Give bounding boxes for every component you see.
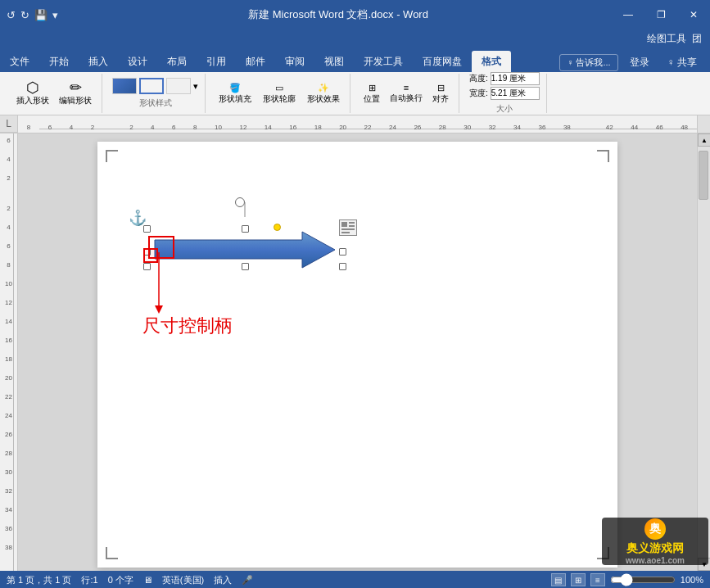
tab-review[interactable]: 审阅 xyxy=(275,51,314,72)
tab-insert[interactable]: 插入 xyxy=(79,51,118,72)
tab-view[interactable]: 视图 xyxy=(314,51,354,72)
ribbon: 文件 开始 插入 设计 布局 引用 邮件 审阅 视图 开发工具 百度网盘 格式 … xyxy=(0,47,710,115)
ruler-numbers: 8642246810121416182022242628303234363842… xyxy=(18,124,697,131)
close-button[interactable]: ✕ xyxy=(677,0,710,29)
tab-file[interactable]: 文件 xyxy=(0,51,39,72)
ruler-corner: L xyxy=(0,115,18,133)
horizontal-ruler: 8642246810121416182022242628303234363842… xyxy=(18,115,697,133)
effect-icon: ✨ xyxy=(318,83,329,93)
restore-button[interactable]: ❐ xyxy=(644,0,677,29)
handle-bc[interactable] xyxy=(242,263,249,270)
window-controls: — ❐ ✕ xyxy=(612,0,710,29)
position-btn[interactable]: ⊞ 位置 xyxy=(360,81,383,106)
edit-shape-btn[interactable]: ✏ 编辑形状 xyxy=(56,79,95,108)
width-input[interactable] xyxy=(491,87,540,100)
status-mic: 🎤 xyxy=(242,575,253,586)
style-option-1[interactable] xyxy=(112,78,137,94)
tab-references[interactable]: 引用 xyxy=(197,51,236,72)
redo-button[interactable]: ↻ xyxy=(20,9,29,21)
insert-shapes-btn[interactable]: ⬡ 插入形状 xyxy=(13,79,52,108)
vruler-numbers: 6422468101214161820222426283032343638 xyxy=(0,133,17,551)
zoom-slider[interactable] xyxy=(610,573,676,586)
view-web-btn[interactable]: ⊞ xyxy=(571,573,586,586)
vertical-ruler: 6422468101214161820222426283032343638 xyxy=(0,133,18,571)
view-print-btn[interactable]: ▤ xyxy=(551,573,566,586)
tab-mail[interactable]: 邮件 xyxy=(236,51,275,72)
styles-group-label: 形状样式 xyxy=(139,97,172,109)
svg-rect-9 xyxy=(341,232,350,233)
fill-icon: 🪣 xyxy=(229,83,241,93)
document-area: ⚓ xyxy=(18,133,697,571)
search-ribbon-btn[interactable]: ♀ 告诉我... xyxy=(559,54,617,71)
corner-mark-tr xyxy=(597,150,609,162)
scrollbar-up-btn[interactable]: ▲ xyxy=(698,133,710,147)
ribbon-group-arrange: ⊞ 位置 ≡ 自动换行 ⊟ 对齐 xyxy=(354,74,459,113)
watermark-title: 奥义游戏网 xyxy=(626,541,684,556)
handle-br[interactable] xyxy=(339,263,346,270)
scrollbar-thumb[interactable] xyxy=(699,151,708,200)
ribbon-content: ⬡ 插入形状 ✏ 编辑形状 ▾ 形状样式 🪣 形 xyxy=(0,72,710,115)
status-right-group: ▤ ⊞ ≡ 100% xyxy=(551,573,703,586)
edit-icon: ✏ xyxy=(70,80,82,95)
tab-developer[interactable]: 开发工具 xyxy=(354,51,413,72)
height-input[interactable] xyxy=(491,72,540,85)
ruler-row: L 86422468101214161820222426283032343638… xyxy=(0,115,710,133)
tab-start[interactable]: 开始 xyxy=(39,51,79,72)
handle-tc[interactable] xyxy=(242,225,249,233)
tab-format[interactable]: 格式 xyxy=(472,51,511,72)
svg-rect-5 xyxy=(341,222,347,227)
view-read-btn[interactable]: ≡ xyxy=(590,573,605,586)
undo-button[interactable]: ↺ xyxy=(7,9,16,21)
status-lang-icon: 🖥 xyxy=(143,575,152,585)
status-insert-mode: 插入 xyxy=(214,574,232,586)
quick-access-toolbar: ↺ ↻ 💾 ▾ xyxy=(0,9,65,21)
minimize-button[interactable]: — xyxy=(612,0,644,29)
ruler-corner-icon: L xyxy=(6,118,11,129)
handle-mr[interactable] xyxy=(339,248,346,256)
tab-layout[interactable]: 布局 xyxy=(157,51,197,72)
position-icon: ⊞ xyxy=(369,83,376,93)
layout-options-icon[interactable] xyxy=(339,219,357,236)
align-btn[interactable]: ⊟ 对齐 xyxy=(429,81,452,106)
wrap-text-btn[interactable]: ≡ 自动换行 xyxy=(387,81,426,106)
scrollbar-track[interactable] xyxy=(698,147,710,558)
shape-effect-btn[interactable]: ✨ 形状效果 xyxy=(304,81,343,106)
watermark-logo: 奥 xyxy=(644,518,666,540)
shape-label-container: 尺寸控制柄 xyxy=(142,314,233,338)
ribbon-tabs: 文件 开始 插入 设计 布局 引用 邮件 审阅 视图 开发工具 百度网盘 格式 … xyxy=(0,47,710,72)
window-title: 新建 Microsoft Word 文档.docx - Word xyxy=(65,7,612,22)
document-page: ⚓ xyxy=(97,142,617,568)
save-button[interactable]: 💾 xyxy=(34,9,47,21)
ribbon-group-insert-shapes: ⬡ 插入形状 ✏ 编辑形状 xyxy=(7,74,102,113)
label-arrow-svg xyxy=(155,248,196,314)
svg-marker-11 xyxy=(155,305,163,314)
tab-design[interactable]: 设计 xyxy=(118,51,157,72)
share-btn[interactable]: ♀ 共享 xyxy=(661,53,703,72)
shape-outline-btn[interactable]: ▭ 形状轮廓 xyxy=(260,81,299,106)
status-page: 第 1 页，共 1 页 xyxy=(7,574,71,586)
corner-mark-tl xyxy=(106,150,118,162)
styles-more-btn[interactable]: ▾ xyxy=(193,81,198,92)
svg-rect-6 xyxy=(349,222,355,224)
style-option-3[interactable] xyxy=(166,78,191,94)
drawing-tools-label: 绘图工具 xyxy=(647,32,686,46)
ribbon-group-styles: ▾ 形状样式 xyxy=(106,74,206,113)
style-option-2[interactable] xyxy=(139,78,164,94)
anchor-icon: ⚓ xyxy=(129,209,147,227)
svg-rect-7 xyxy=(349,225,355,227)
ruler-right-spacer xyxy=(697,115,710,133)
login-btn[interactable]: 登录 xyxy=(623,53,656,72)
handle-tl[interactable] xyxy=(143,225,151,233)
tab-baidu[interactable]: 百度网盘 xyxy=(413,51,472,72)
status-row: 行:1 xyxy=(81,574,97,586)
status-bar: 第 1 页，共 1 页 行:1 0 个字 🖥 英语(美国) 插入 🎤 ▤ ⊞ ≡… xyxy=(0,571,710,588)
main-area: 6422468101214161820222426283032343638 ⚓ xyxy=(0,133,710,571)
yellow-handle[interactable] xyxy=(274,224,281,231)
handle-bl[interactable] xyxy=(143,263,151,270)
shape-fill-btn[interactable]: 🪣 形状填充 xyxy=(215,81,255,106)
rotate-line xyxy=(244,202,245,217)
dropdown-button[interactable]: ▾ xyxy=(52,9,58,21)
corner-mark-bl xyxy=(106,547,118,559)
vertical-scrollbar[interactable]: ▲ ▼ xyxy=(697,133,710,571)
zoom-percent: 100% xyxy=(681,575,703,585)
